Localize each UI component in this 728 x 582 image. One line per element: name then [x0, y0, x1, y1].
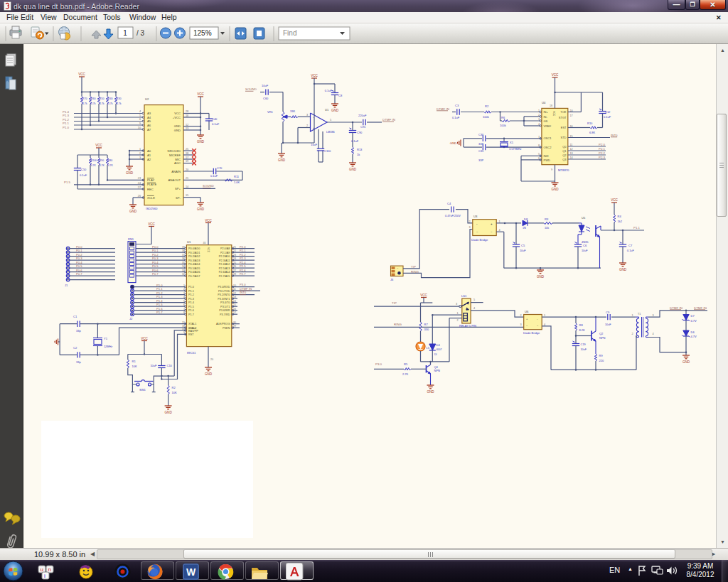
svg-text:P1.5: P1.5 — [156, 303, 163, 306]
svg-text:R6: R6 — [501, 116, 505, 119]
svg-text:P0.6/AD6: P0.6/AD6 — [188, 271, 200, 274]
svg-text:4: 4 — [473, 307, 475, 310]
svg-text:P0.2: P0.2 — [152, 253, 159, 257]
svg-text:STD: STD — [561, 136, 567, 139]
svg-text:U5: U5 — [582, 216, 586, 220]
svg-text:VCC: VCC — [311, 74, 318, 77]
svg-text:PLAYE: PLAYE — [147, 183, 156, 186]
svg-text:C2: C2 — [73, 346, 77, 350]
svg-text:33: 33 — [182, 269, 185, 272]
svg-text:R100: R100 — [91, 159, 97, 162]
svg-text:INT0: INT0 — [611, 134, 618, 137]
svg-text:R70: R70 — [82, 97, 87, 100]
svg-text:P2.5/A13: P2.5/A13 — [219, 267, 230, 270]
svg-text:U3: U3 — [473, 215, 478, 218]
svg-text:P2.3: P2.3 — [599, 156, 606, 159]
svg-text:Diode Bridge: Diode Bridge — [471, 238, 488, 242]
svg-text:R9: R9 — [599, 354, 604, 357]
svg-text:4.7k: 4.7k — [108, 102, 113, 105]
svg-text:P1.2: P1.2 — [188, 293, 194, 296]
svg-text:GND: GND — [126, 171, 134, 175]
svg-text:XCLE: XCLE — [147, 196, 155, 200]
svg-text:P0.5: P0.5 — [76, 264, 82, 268]
svg-text:D7: D7 — [691, 314, 695, 318]
svg-text:3: 3 — [469, 226, 470, 229]
svg-text:P2.7/A15: P2.7/A15 — [219, 275, 230, 278]
svg-text:P1.2: P1.2 — [156, 291, 163, 295]
svg-text:5: 5 — [139, 114, 141, 117]
svg-text:GND: GND — [551, 188, 559, 191]
svg-text:100k: 100k — [500, 124, 506, 127]
svg-text:P1.7: P1.7 — [188, 313, 194, 316]
svg-text:GND: GND — [331, 109, 339, 112]
svg-text:32: 32 — [182, 273, 185, 276]
svg-text:R2: R2 — [172, 386, 176, 389]
svg-text:U4: U4 — [542, 101, 546, 104]
svg-text:10uF: 10uF — [150, 364, 157, 367]
svg-text:2: 2 — [306, 124, 308, 127]
svg-text:33P: 33P — [478, 158, 483, 162]
svg-text:C9: C9 — [606, 311, 610, 314]
svg-text:P2.2: P2.2 — [240, 253, 246, 257]
svg-text:19: 19 — [186, 160, 188, 163]
svg-text:SOUND: SOUND — [203, 184, 214, 188]
svg-text:ISD2560: ISD2560 — [146, 207, 158, 210]
svg-text:P0.4/AD4: P0.4/AD4 — [188, 263, 200, 266]
svg-text:0.1uF: 0.1uF — [604, 115, 611, 119]
svg-text:OSC1: OSC1 — [544, 136, 552, 140]
svg-text:W: W — [186, 566, 196, 578]
svg-text:Find: Find — [283, 29, 296, 37]
svg-text:P2.5: P2.5 — [240, 264, 246, 268]
svg-text:20: 20 — [186, 168, 188, 171]
svg-text:33K: 33K — [290, 109, 295, 113]
svg-text:C31: C31 — [478, 149, 484, 153]
svg-text:C50: C50 — [81, 168, 87, 171]
svg-text:P1.0: P1.0 — [156, 284, 163, 287]
svg-text:12MHz: 12MHz — [104, 345, 112, 348]
svg-text:VCC: VCC — [552, 73, 559, 77]
svg-text:4.7k: 4.7k — [117, 102, 122, 105]
svg-text:18: 18 — [550, 104, 552, 107]
svg-text:GND: GND — [129, 210, 137, 213]
svg-text:NPN: NPN — [434, 369, 441, 372]
svg-text:VCC: VCC — [78, 72, 85, 76]
svg-text:ANAOUT: ANAOUT — [168, 178, 181, 182]
svg-text:R90: R90 — [100, 159, 104, 162]
svg-text:P0.6: P0.6 — [76, 269, 82, 272]
svg-text:ANAIN: ANAIN — [171, 170, 181, 173]
svg-text:P1.5: P1.5 — [64, 180, 71, 184]
svg-text:33p: 33p — [76, 360, 81, 364]
svg-text:4: 4 — [653, 333, 654, 335]
svg-text:P0.2: P0.2 — [76, 253, 82, 257]
svg-text:10K: 10K — [132, 365, 137, 368]
svg-text:DTMF IN: DTMF IN — [240, 287, 252, 291]
svg-text:SOUND: SOUND — [245, 87, 257, 91]
svg-text:3: 3 — [456, 303, 457, 306]
svg-text:L5: L5 — [427, 346, 430, 350]
svg-text:P1.4: P1.4 — [188, 301, 194, 304]
svg-text:P2.1: P2.1 — [599, 147, 606, 151]
svg-text:17: 17 — [186, 156, 188, 159]
svg-text:10k: 10k — [545, 227, 549, 230]
svg-text:n: n — [48, 566, 51, 573]
svg-text:A7: A7 — [147, 128, 151, 131]
svg-text:0.1uF: 0.1uF — [210, 174, 218, 178]
svg-text:2: 2 — [520, 314, 521, 317]
svg-text:P0.0: P0.0 — [152, 245, 159, 249]
svg-text:C60: C60 — [263, 97, 269, 100]
svg-text:A4: A4 — [147, 116, 151, 119]
svg-text:PLAY: PLAY — [147, 178, 155, 182]
svg-text:R1: R1 — [132, 360, 136, 363]
svg-text:24: 24 — [138, 182, 141, 185]
svg-text:P3.0: P3.0 — [375, 362, 382, 366]
svg-text:P0.4: P0.4 — [152, 261, 159, 264]
svg-text:P2.2/A10: P2.2/A10 — [219, 255, 230, 258]
svg-text:P0.2/AD2: P0.2/AD2 — [188, 255, 200, 258]
svg-text:P2.0: P2.0 — [240, 245, 246, 249]
svg-text:SW1: SW1 — [139, 388, 146, 392]
svg-text:C12: C12 — [605, 110, 611, 114]
svg-text:P1.0: P1.0 — [63, 126, 70, 129]
svg-text:17: 17 — [570, 114, 573, 117]
svg-text:SP-: SP- — [176, 196, 181, 200]
svg-text:27: 27 — [138, 186, 141, 189]
